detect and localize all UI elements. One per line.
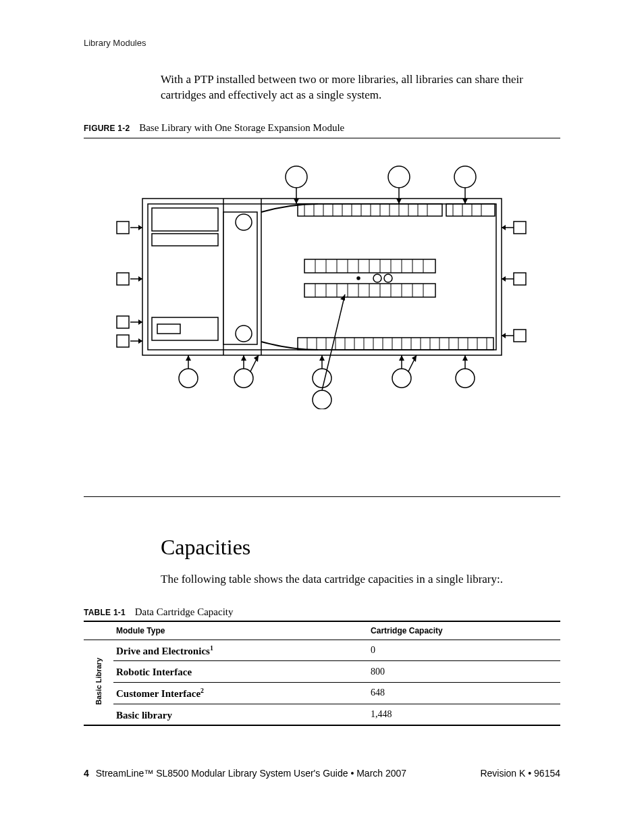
svg-marker-95 bbox=[502, 276, 506, 282]
svg-rect-51 bbox=[304, 284, 435, 297]
svg-rect-77 bbox=[117, 221, 129, 234]
svg-marker-82 bbox=[138, 225, 142, 230]
col-cartridge-capacity: Cartridge Capacity bbox=[368, 621, 560, 640]
svg-rect-50 bbox=[304, 259, 435, 273]
table-title: Data Cartridge Capacity bbox=[135, 606, 234, 617]
figure-bottom-rule bbox=[84, 496, 560, 497]
figure-area bbox=[84, 138, 560, 429]
svg-rect-9 bbox=[298, 204, 442, 216]
table-row: Robotic Interface 800 bbox=[84, 661, 560, 683]
svg-marker-103 bbox=[396, 199, 402, 204]
svg-rect-7 bbox=[157, 324, 180, 334]
svg-point-104 bbox=[454, 166, 476, 188]
table-row: Customer Interface2 648 bbox=[84, 683, 560, 704]
svg-rect-79 bbox=[117, 316, 129, 328]
svg-marker-111 bbox=[186, 355, 191, 361]
svg-point-98 bbox=[286, 166, 307, 188]
row-group-basic-library: Basic Library bbox=[84, 640, 113, 725]
svg-marker-93 bbox=[502, 225, 506, 230]
svg-line-129 bbox=[322, 294, 345, 390]
page-number: 4 bbox=[84, 768, 89, 779]
page-footer: 4 StreamLine™ SL8500 Modular Library Sys… bbox=[84, 768, 560, 779]
svg-rect-90 bbox=[514, 273, 526, 285]
svg-point-112 bbox=[234, 369, 253, 388]
capacity-table: Module Type Cartridge Capacity Basic Lib… bbox=[84, 621, 560, 727]
table-header-spacer bbox=[84, 621, 113, 640]
svg-marker-86 bbox=[138, 319, 142, 325]
table-row: Basic library 1,448 bbox=[84, 704, 560, 725]
svg-rect-89 bbox=[514, 221, 526, 234]
svg-rect-1 bbox=[148, 204, 496, 350]
svg-rect-5 bbox=[152, 234, 218, 246]
footer-left: 4 StreamLine™ SL8500 Modular Library Sys… bbox=[84, 768, 406, 779]
figure-caption: FIGURE 1-2 Base Library with One Storage… bbox=[84, 122, 560, 134]
figure-label: FIGURE 1-2 bbox=[84, 124, 130, 133]
svg-rect-6 bbox=[152, 317, 218, 340]
footer-doc-title: StreamLine™ SL8500 Modular Library Syste… bbox=[96, 768, 406, 779]
svg-marker-97 bbox=[502, 333, 506, 338]
table-header-row: Module Type Cartridge Capacity bbox=[84, 621, 560, 640]
svg-rect-80 bbox=[117, 335, 129, 347]
svg-marker-127 bbox=[462, 355, 468, 361]
svg-point-125 bbox=[456, 369, 475, 388]
section-lead: The following table shows the data cartr… bbox=[161, 572, 560, 588]
svg-point-76 bbox=[384, 274, 392, 282]
module-type-cell: Robotic Interface bbox=[113, 661, 368, 683]
svg-point-101 bbox=[388, 166, 410, 188]
svg-rect-4 bbox=[152, 208, 218, 231]
section-heading-capacities: Capacities bbox=[161, 535, 560, 560]
svg-marker-88 bbox=[138, 338, 142, 344]
capacity-cell: 1,448 bbox=[368, 704, 560, 725]
svg-marker-84 bbox=[138, 276, 142, 282]
document-page: Library Modules With a PTP installed bet… bbox=[0, 0, 644, 834]
module-type-cell: Drive and Electronics1 bbox=[113, 640, 368, 661]
col-module-type: Module Type bbox=[113, 621, 368, 640]
intro-paragraph: With a PTP installed between two or more… bbox=[161, 72, 560, 103]
table-row: Basic Library Drive and Electronics1 0 bbox=[84, 640, 560, 661]
library-schematic-figure bbox=[115, 158, 529, 409]
svg-marker-106 bbox=[462, 199, 468, 204]
svg-marker-122 bbox=[399, 355, 404, 361]
module-type-cell: Basic library bbox=[113, 704, 368, 725]
svg-point-120 bbox=[392, 369, 411, 388]
svg-point-128 bbox=[313, 390, 331, 409]
table-caption: TABLE 1-1 Data Cartridge Capacity bbox=[84, 606, 560, 618]
module-type-cell: Customer Interface2 bbox=[113, 683, 368, 704]
capacity-cell: 648 bbox=[368, 683, 560, 704]
table-label: TABLE 1-1 bbox=[84, 608, 126, 617]
svg-rect-10 bbox=[446, 204, 495, 216]
svg-point-117 bbox=[313, 369, 331, 388]
row-group-label: Basic Library bbox=[95, 658, 103, 705]
svg-point-75 bbox=[373, 274, 381, 282]
svg-rect-78 bbox=[117, 273, 129, 285]
figure-title: Base Library with One Storage Expansion … bbox=[139, 122, 344, 133]
svg-marker-119 bbox=[319, 355, 325, 361]
capacity-cell: 0 bbox=[368, 640, 560, 661]
svg-point-109 bbox=[179, 369, 198, 388]
svg-rect-0 bbox=[142, 199, 502, 355]
svg-marker-114 bbox=[241, 355, 246, 361]
svg-marker-100 bbox=[294, 199, 299, 204]
capacity-cell: 800 bbox=[368, 661, 560, 683]
footer-revision: Revision K • 96154 bbox=[480, 768, 560, 779]
running-head: Library Modules bbox=[84, 38, 560, 48]
svg-rect-29 bbox=[298, 338, 493, 350]
svg-point-74 bbox=[357, 277, 360, 280]
svg-rect-8 bbox=[223, 212, 257, 344]
svg-rect-91 bbox=[514, 330, 526, 342]
